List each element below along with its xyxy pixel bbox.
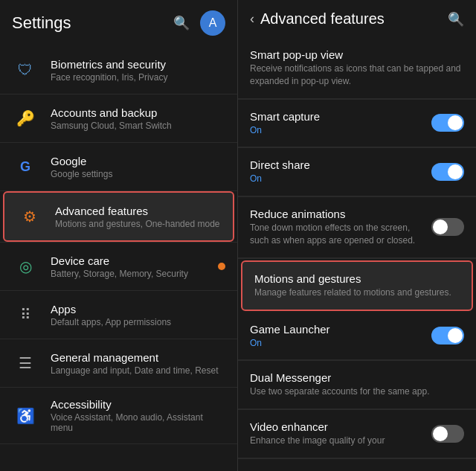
left-panel-title: Settings	[12, 13, 71, 33]
right-list: Smart pop-up view Receive notifications …	[238, 38, 476, 471]
toggle-direct-share[interactable]	[431, 163, 464, 181]
text-biometrics: Biometrics and security Face recognition…	[51, 58, 167, 83]
sidebar-item-biometrics[interactable]: 🛡 Biometrics and security Face recogniti…	[0, 46, 237, 94]
subtitle-dual-messenger: Use two separate accounts for the same a…	[250, 385, 464, 398]
left-header: Settings 🔍 A	[0, 0, 237, 46]
right-item-smart-capture[interactable]: Smart capture On	[238, 100, 476, 148]
text-device: Device care Battery, Storage, Memory, Se…	[51, 254, 188, 279]
icon-device: ◎	[12, 253, 39, 280]
toggle-knob-game-launcher	[448, 328, 463, 343]
text-motions-gestures: Motions and gestures Manage features rel…	[254, 272, 460, 299]
right-item-reduce-animations[interactable]: Reduce animations Tone down motion effec…	[238, 197, 476, 258]
sidebar-item-device[interactable]: ◎ Device care Battery, Storage, Memory, …	[0, 243, 237, 290]
sidebar-item-advanced[interactable]: ⚙ Advanced features Motions and gestures…	[3, 191, 234, 242]
text-game-launcher: Game Launcher On	[250, 323, 424, 350]
toggle-video-enhancer[interactable]	[431, 425, 464, 443]
text-general: General management Language and input, D…	[51, 351, 219, 376]
title-reduce-animations: Reduce animations	[250, 208, 424, 220]
left-panel: Settings 🔍 A 🛡 Biometrics and security F…	[0, 0, 238, 471]
icon-google: G	[12, 153, 39, 180]
right-header: ‹ Advanced features 🔍	[238, 0, 476, 38]
text-accounts: Accounts and backup Samsung Cloud, Smart…	[51, 106, 172, 131]
text-google: Google Google settings	[51, 155, 112, 179]
toggle-knob-reduce-animations	[433, 220, 448, 234]
toggle-game-launcher[interactable]	[431, 327, 464, 345]
status-direct-share: On	[250, 173, 424, 185]
subtitle-general: Language and input, Date and time, Reset	[51, 365, 219, 376]
title-device: Device care	[51, 254, 188, 267]
title-biometrics: Biometrics and security	[51, 58, 167, 71]
sidebar-item-accessibility[interactable]: ♿ Accessibility Voice Assistant, Mono au…	[0, 388, 237, 443]
right-item-smart-popup[interactable]: Smart pop-up view Receive notifications …	[238, 38, 476, 99]
right-item-motions-gestures[interactable]: Motions and gestures Manage features rel…	[241, 260, 473, 311]
icon-accessibility: ♿	[12, 403, 39, 429]
right-panel: ‹ Advanced features 🔍 Smart pop-up view …	[238, 0, 476, 471]
right-item-video-enhancer[interactable]: Video enhancer Enhance the image quality…	[238, 410, 476, 458]
subtitle-biometrics: Face recognition, Iris, Privacy	[51, 72, 167, 83]
right-divider-7	[238, 458, 476, 459]
right-header-left: ‹ Advanced features	[250, 10, 385, 28]
subtitle-video-enhancer: Enhance the image quality of your	[250, 435, 424, 447]
text-reduce-animations: Reduce animations Tone down motion effec…	[250, 208, 424, 247]
subtitle-google: Google settings	[51, 169, 112, 179]
subtitle-advanced: Motions and gestures, One-handed mode	[55, 219, 219, 229]
text-smart-popup: Smart pop-up view Receive notifications …	[250, 48, 464, 88]
icon-apps: ⠿	[12, 301, 39, 328]
toggle-knob-video-enhancer	[433, 426, 448, 441]
sidebar-item-general[interactable]: ☰ General management Language and input,…	[0, 339, 237, 387]
text-video-enhancer: Video enhancer Enhance the image quality…	[250, 420, 424, 447]
back-button[interactable]: ‹	[250, 11, 254, 27]
title-accessibility: Accessibility	[51, 398, 225, 411]
avatar[interactable]: A	[200, 10, 225, 36]
subtitle-motions-gestures: Manage features related to motions and g…	[254, 286, 460, 299]
toggle-knob-smart-capture	[448, 115, 463, 130]
toggle-knob-direct-share	[448, 164, 463, 179]
status-smart-capture: On	[250, 124, 424, 137]
text-direct-share: Direct share On	[250, 158, 424, 185]
right-panel-title: Advanced features	[260, 10, 385, 28]
subtitle-accounts: Samsung Cloud, Smart Switch	[51, 121, 172, 131]
sidebar-item-google[interactable]: G Google Google settings	[0, 143, 237, 190]
subtitle-reduce-animations: Tone down motion effects on the screen, …	[250, 222, 424, 247]
right-search-icon[interactable]: 🔍	[448, 11, 464, 28]
right-item-game-launcher[interactable]: Game Launcher On	[238, 313, 476, 361]
status-game-launcher: On	[250, 337, 424, 350]
text-apps: Apps Default apps, App permissions	[51, 303, 171, 327]
toggle-smart-capture[interactable]	[431, 114, 464, 132]
icon-accounts: 🔑	[12, 105, 39, 132]
title-game-launcher: Game Launcher	[250, 323, 424, 336]
subtitle-apps: Default apps, App permissions	[51, 317, 171, 327]
title-accounts: Accounts and backup	[51, 106, 172, 119]
title-direct-share: Direct share	[250, 158, 424, 171]
title-dual-messenger: Dual Messenger	[250, 371, 464, 384]
title-general: General management	[51, 351, 219, 364]
settings-list: 🛡 Biometrics and security Face recogniti…	[0, 46, 237, 471]
sidebar-item-apps[interactable]: ⠿ Apps Default apps, App permissions	[0, 291, 237, 339]
right-item-direct-share[interactable]: Direct share On	[238, 148, 476, 196]
title-apps: Apps	[51, 303, 171, 315]
subtitle-accessibility: Voice Assistant, Mono audio, Assistant m…	[51, 412, 225, 433]
right-divider-3	[238, 258, 476, 259]
icon-general: ☰	[12, 350, 39, 377]
text-dual-messenger: Dual Messenger Use two separate accounts…	[250, 371, 464, 398]
sidebar-item-accounts[interactable]: 🔑 Accounts and backup Samsung Cloud, Sma…	[0, 94, 237, 142]
toggle-reduce-animations[interactable]	[431, 218, 464, 236]
title-google: Google	[51, 155, 112, 167]
text-accessibility: Accessibility Voice Assistant, Mono audi…	[51, 398, 225, 433]
title-motions-gestures: Motions and gestures	[254, 272, 460, 285]
title-video-enhancer: Video enhancer	[250, 420, 424, 433]
left-header-icons: 🔍 A	[173, 10, 225, 36]
title-advanced: Advanced features	[55, 205, 219, 217]
subtitle-smart-popup: Receive notifications as icons that can …	[250, 63, 464, 88]
notification-badge	[218, 263, 225, 270]
title-smart-capture: Smart capture	[250, 110, 424, 123]
text-smart-capture: Smart capture On	[250, 110, 424, 137]
icon-advanced: ⚙	[16, 203, 43, 230]
search-icon[interactable]: 🔍	[173, 15, 190, 31]
icon-biometrics: 🛡	[12, 57, 39, 83]
divider-7	[0, 443, 237, 444]
subtitle-device: Battery, Storage, Memory, Security	[51, 269, 188, 279]
text-advanced: Advanced features Motions and gestures, …	[55, 205, 219, 229]
title-smart-popup: Smart pop-up view	[250, 48, 464, 61]
right-item-dual-messenger[interactable]: Dual Messenger Use two separate accounts…	[238, 361, 476, 409]
